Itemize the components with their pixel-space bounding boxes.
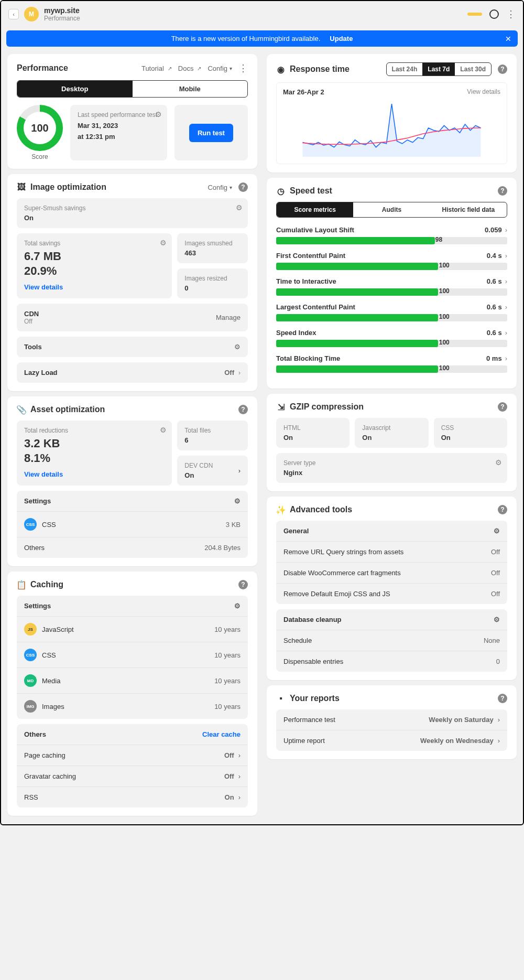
- metric-bar: 98: [276, 237, 507, 244]
- css-icon: CSS: [24, 649, 37, 661]
- tab-metrics[interactable]: Score metrics: [277, 202, 353, 217]
- run-test-button[interactable]: Run test: [189, 124, 233, 142]
- savings-size: 6.7 MB: [24, 249, 165, 264]
- chevron-right-icon[interactable]: ›: [505, 277, 507, 285]
- tab-desktop[interactable]: Desktop: [17, 81, 133, 97]
- help-icon[interactable]: ?: [238, 580, 248, 589]
- docs-link[interactable]: Docs: [178, 64, 202, 72]
- wordpress-icon[interactable]: [489, 9, 499, 19]
- banner-close[interactable]: ✕: [505, 35, 511, 43]
- css-label: CSS: [441, 424, 500, 432]
- js-value: On: [362, 434, 421, 441]
- chart-svg: [283, 99, 500, 157]
- reduction-pct: 8.1%: [24, 451, 165, 466]
- performance-more[interactable]: ⋮: [238, 62, 248, 74]
- metric-name: Largest Contentful Paint: [276, 303, 355, 311]
- help-icon[interactable]: ?: [238, 182, 248, 192]
- chevron-right-icon[interactable]: ›: [238, 772, 241, 780]
- score-label: Score: [17, 153, 63, 160]
- gear-icon[interactable]: ⚙: [495, 458, 502, 467]
- tab-mobile[interactable]: Mobile: [133, 81, 248, 97]
- rss-value: On: [225, 793, 234, 801]
- gear-icon[interactable]: ⚙: [234, 343, 241, 351]
- time-range-tabs: Last 24h Last 7d Last 30d: [386, 62, 492, 76]
- reports-card: ▪Your reports ? Performance testWeekly o…: [267, 685, 517, 759]
- chevron-right-icon[interactable]: ›: [238, 751, 241, 759]
- gravatar-caching-value: Off: [224, 772, 234, 780]
- help-icon[interactable]: ?: [498, 694, 507, 703]
- media-value: 10 years: [214, 677, 241, 685]
- chevron-right-icon[interactable]: ›: [498, 716, 500, 724]
- tutorial-link[interactable]: Tutorial: [141, 64, 172, 72]
- view-details-link[interactable]: View details: [24, 470, 63, 478]
- server-value: Nginx: [283, 469, 500, 477]
- smushed-label: Images smushed: [184, 240, 241, 247]
- help-icon[interactable]: ?: [498, 64, 507, 74]
- gear-icon[interactable]: ⚙: [155, 110, 162, 119]
- query-strings-label: Remove URL Query strings from assets: [283, 548, 403, 556]
- help-icon[interactable]: ?: [498, 505, 507, 514]
- tab-history[interactable]: Historic field data: [430, 202, 507, 217]
- db-cleanup-header: Database cleanup: [283, 616, 342, 623]
- tab-24h[interactable]: Last 24h: [387, 63, 423, 76]
- tab-7d[interactable]: Last 7d: [422, 63, 455, 76]
- general-header: General: [283, 527, 309, 535]
- status-pill: [467, 13, 482, 16]
- update-banner: There is a new version of Hummingbird av…: [6, 30, 518, 47]
- last-test-date: Mar 31, 2023: [78, 122, 160, 130]
- tools-label: Tools: [24, 343, 42, 351]
- clear-cache-link[interactable]: Clear cache: [202, 730, 241, 738]
- chevron-right-icon[interactable]: ›: [505, 329, 507, 337]
- smush-value: On: [24, 214, 241, 222]
- site-title: mywp.site: [44, 6, 80, 15]
- gear-icon[interactable]: ⚙: [234, 497, 241, 505]
- metric-score: 100: [439, 339, 450, 346]
- woo-fragments-label: Disable WooCommerce cart fragments: [283, 569, 401, 577]
- images-value: 10 years: [214, 703, 241, 710]
- chevron-right-icon[interactable]: ›: [498, 737, 500, 745]
- more-menu[interactable]: ⋮: [506, 8, 516, 20]
- back-button[interactable]: ‹: [8, 9, 19, 19]
- metric-name: Cumulative Layout Shift: [276, 226, 354, 234]
- media-icon: MD: [24, 674, 37, 687]
- response-time-card: ◉Response time Last 24h Last 7d Last 30d…: [267, 54, 517, 173]
- banner-update-link[interactable]: Update: [330, 35, 353, 42]
- tab-audits[interactable]: Audits: [353, 202, 430, 217]
- chevron-right-icon[interactable]: ›: [505, 303, 507, 311]
- config-dropdown[interactable]: Config▾: [208, 64, 232, 72]
- cdn-value: Off: [24, 318, 39, 325]
- help-icon[interactable]: ?: [238, 405, 248, 414]
- speed-test-card: ◷Speed test ? Score metrics Audits Histo…: [267, 178, 517, 389]
- image-config-dropdown[interactable]: Config▾: [208, 184, 232, 191]
- html-label: HTML: [283, 424, 342, 432]
- gear-icon[interactable]: ⚙: [160, 239, 167, 247]
- speed-title: Speed test: [290, 186, 332, 196]
- js-label: JavaScript: [42, 626, 74, 633]
- chevron-right-icon[interactable]: ›: [505, 252, 507, 260]
- cdn-manage-link[interactable]: Manage: [216, 314, 241, 321]
- metric-name: Time to Interactive: [276, 277, 336, 285]
- view-details-link[interactable]: View details: [24, 283, 63, 291]
- advanced-tools-card: ✨Advanced tools ? General⚙ Remove URL Qu…: [267, 497, 517, 680]
- help-icon[interactable]: ?: [498, 402, 507, 412]
- gear-icon[interactable]: ⚙: [236, 203, 243, 212]
- gear-icon[interactable]: ⚙: [494, 616, 500, 623]
- tab-30d[interactable]: Last 30d: [455, 63, 491, 76]
- gear-icon[interactable]: ⚙: [494, 527, 500, 535]
- emoji-label: Remove Default Emoji CSS and JS: [283, 590, 390, 598]
- help-icon[interactable]: ?: [498, 186, 507, 196]
- device-toggle: Desktop Mobile: [17, 80, 248, 98]
- chart-range: Mar 26-Apr 2: [283, 88, 324, 96]
- chevron-right-icon[interactable]: ›: [505, 354, 507, 362]
- chevron-right-icon[interactable]: ›: [238, 369, 241, 376]
- metric-value: 0.059: [485, 226, 502, 234]
- gear-icon[interactable]: ⚙: [160, 426, 167, 434]
- files-value: 6: [184, 436, 241, 444]
- css-label: CSS: [42, 651, 56, 659]
- gear-icon[interactable]: ⚙: [234, 602, 241, 610]
- view-details-link[interactable]: View details: [467, 88, 500, 96]
- chevron-right-icon[interactable]: ›: [238, 793, 241, 801]
- site-subtitle: Performance: [44, 15, 80, 22]
- chevron-right-icon[interactable]: ›: [505, 226, 507, 234]
- chevron-right-icon[interactable]: ›: [238, 467, 241, 475]
